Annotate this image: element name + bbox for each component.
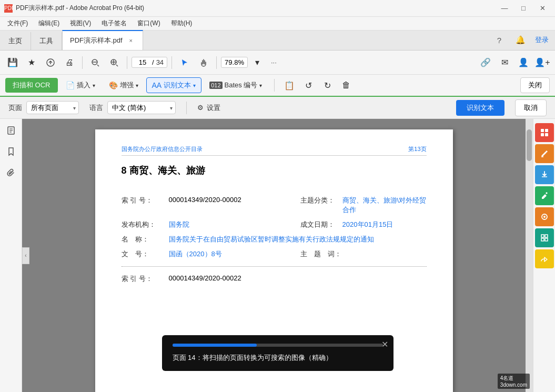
date-label: 成文日期： [300, 220, 342, 229]
print-button[interactable]: 🖨 [61, 54, 78, 71]
subject-group: 主题分类： 商贸、海关、旅游\对外经贸合作 [300, 196, 427, 215]
annotate-icon[interactable] [535, 186, 554, 205]
menu-view[interactable]: 视图(V) [65, 17, 96, 30]
enhance-label: 增强 [120, 81, 134, 90]
index-label: 索 引 号： [122, 196, 169, 215]
undo-button[interactable]: ↺ [300, 77, 317, 94]
svg-point-18 [543, 216, 546, 218]
more-button[interactable]: ··· [268, 56, 280, 68]
tab-bar: 主页 工具 PDF演示样本.pdf × ? 🔔 登录 [0, 31, 555, 51]
language-select-wrapper: 中文 (简体) ▾ [107, 101, 176, 114]
close-button[interactable]: ✕ [534, 3, 551, 14]
pdf-row-1: 索 引 号： 000014349/2020-00002 主题分类： 商贸、海关、… [122, 196, 427, 215]
page-separator: / [152, 58, 154, 66]
menu-file[interactable]: 文件(F) [2, 17, 33, 30]
page-select[interactable]: 所有页面 [26, 101, 79, 114]
scroll-thumb[interactable] [527, 129, 532, 161]
date-group: 成文日期： 2020年01月15日 [300, 220, 427, 229]
svg-rect-13 [545, 129, 548, 132]
cursor-tool[interactable] [176, 54, 193, 71]
minimize-button[interactable]: — [496, 3, 513, 14]
enhance-scan-icon[interactable] [535, 207, 554, 226]
progress-text: 页面 14：将扫描的页面转换为可搜索的图像（精确） [173, 353, 383, 363]
menu-edit[interactable]: 编辑(E) [33, 17, 65, 30]
close-ocr-button[interactable]: 关闭 [520, 77, 550, 93]
add-user-button[interactable]: 👤+ [534, 54, 551, 71]
zoom-in-button[interactable] [106, 54, 123, 71]
menu-esign[interactable]: 电子签名 [96, 17, 132, 30]
link-button[interactable]: 🔗 [477, 54, 494, 71]
bell-icon[interactable]: 🔔 [514, 34, 527, 46]
svg-rect-22 [545, 238, 548, 241]
collapse-arrow[interactable]: ‹ [22, 247, 29, 264]
settings-label: 设置 [207, 103, 220, 113]
delete-button[interactable]: 🗑 [338, 77, 355, 94]
page-input[interactable] [135, 58, 150, 66]
insert-chevron: ▾ [93, 83, 95, 88]
svg-rect-12 [541, 129, 544, 132]
index2-label: 索 引 号： [122, 274, 169, 284]
menu-window[interactable]: 窗口(W) [132, 17, 165, 30]
login-button[interactable]: 登录 [535, 35, 549, 45]
edit-pdf-icon[interactable] [535, 144, 554, 163]
bookmarks-panel-icon[interactable] [4, 144, 18, 159]
bookmark-button[interactable]: ★ [23, 54, 40, 71]
left-panel [0, 119, 22, 392]
svg-rect-14 [541, 133, 544, 136]
progress-close-button[interactable]: ✕ [381, 339, 388, 349]
recognize-text-label: 识别文本 [164, 81, 191, 90]
pdf-section-title: 8 商贸、海关、旅游 [122, 164, 427, 177]
save-button[interactable]: 💾 [4, 54, 21, 71]
organize-pages-icon[interactable] [535, 123, 554, 142]
pages-panel-icon[interactable] [4, 123, 18, 138]
progress-bar-background [173, 344, 383, 347]
zoom-value[interactable]: 79.8% [221, 57, 248, 68]
ocr-toolbar: 扫描和 OCR 📄 插入 ▾ 🎨 增强 ▾ AA 识别文本 ▾ 012 Bate… [0, 75, 555, 97]
upload-button[interactable] [42, 54, 59, 71]
scan-ocr-button[interactable]: 扫描和 OCR [5, 78, 58, 93]
compress-icon[interactable] [535, 228, 554, 247]
enhance-button[interactable]: 🎨 增强 ▾ [103, 77, 144, 93]
tab-active-pdf[interactable]: PDF演示样本.pdf × [62, 30, 143, 50]
tab-tools[interactable]: 工具 [31, 32, 62, 50]
window-title: PDF演示样本.pdf - Adobe Acrobat Pro (64-bit) [16, 4, 144, 13]
cancel-button[interactable]: 取消 [515, 99, 547, 116]
pdf-header-right: 第13页 [408, 145, 426, 153]
filter-divider [186, 102, 187, 114]
zoom-out-button[interactable] [87, 54, 104, 71]
recognize-text-button[interactable]: AA 识别文本 ▾ [146, 77, 202, 93]
svg-rect-20 [545, 235, 548, 237]
menu-help[interactable]: 帮助(H) [166, 17, 198, 30]
zoom-dropdown[interactable]: ▾ [249, 54, 266, 71]
language-select[interactable]: 中文 (简体) [107, 101, 176, 114]
zoom-control: 79.8% ▾ [221, 54, 266, 71]
recognize-button[interactable]: 识别文本 [456, 100, 504, 116]
insert-button[interactable]: 📄 插入 ▾ [60, 77, 101, 93]
hand-tool[interactable] [195, 54, 212, 71]
scrollbar[interactable] [526, 119, 533, 392]
pdf-header-left: 国务院办公厅政府信息公开目录 [122, 145, 203, 153]
maximize-button[interactable]: □ [515, 3, 532, 14]
redo-button[interactable]: ↻ [319, 77, 336, 94]
recognize-chevron: ▾ [193, 83, 196, 88]
tab-close-button[interactable]: × [127, 36, 135, 45]
publisher-value: 国务院 [169, 220, 300, 229]
settings-button[interactable]: ⚙ 设置 [197, 103, 220, 113]
share-icon[interactable] [535, 249, 554, 268]
bates-chevron: ▾ [259, 83, 262, 88]
attachments-panel-icon[interactable] [4, 165, 18, 180]
page-total: 34 [156, 58, 164, 66]
help-icon[interactable]: ? [493, 34, 506, 46]
copy-pages-button[interactable]: 📋 [281, 77, 298, 94]
tab-home[interactable]: 主页 [0, 32, 31, 50]
language-filter-label: 语言 [89, 103, 103, 113]
user-button[interactable]: 👤 [515, 54, 532, 71]
svg-line-3 [97, 65, 99, 66]
mail-button[interactable]: ✉ [496, 54, 513, 71]
pdf-divider [122, 266, 427, 267]
settings-gear-icon: ⚙ [197, 104, 204, 112]
bates-label: Bates 编号 [225, 81, 258, 90]
export-pdf-icon[interactable] [535, 165, 554, 184]
page-navigation: / 34 [132, 57, 167, 68]
bates-number-button[interactable]: 012 Bates 编号 ▾ [204, 77, 268, 93]
